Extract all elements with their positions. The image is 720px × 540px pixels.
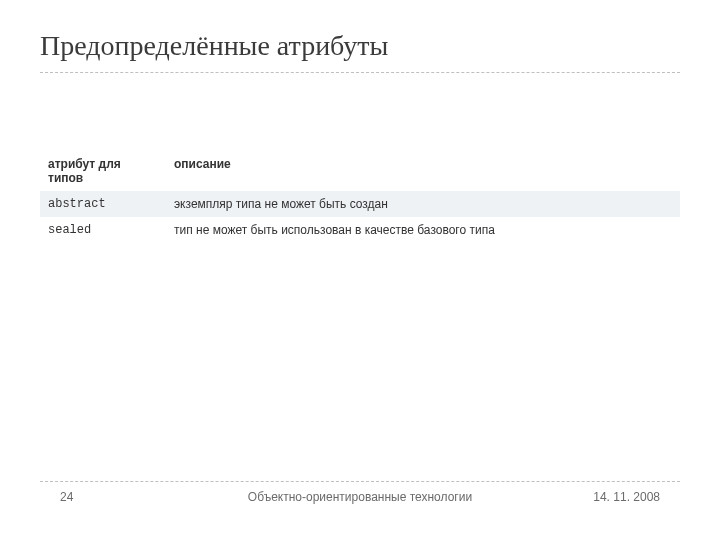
slide: Предопределённые атрибуты атрибут для ти… xyxy=(0,0,720,540)
page-number: 24 xyxy=(60,490,73,504)
cell-attr: sealed xyxy=(40,217,166,243)
footer-date: 14. 11. 2008 xyxy=(593,490,660,504)
footer-center: Объектно-ориентированные технологии xyxy=(40,490,680,504)
attributes-table: атрибут для типов описание abstract экзе… xyxy=(40,151,680,243)
table-header-row: атрибут для типов описание xyxy=(40,151,680,191)
page-title: Предопределённые атрибуты xyxy=(40,30,680,73)
header-attr: атрибут для типов xyxy=(40,151,166,191)
cell-desc: тип не может быть использован в качестве… xyxy=(166,217,680,243)
table-row: sealed тип не может быть использован в к… xyxy=(40,217,680,243)
cell-desc: экземпляр типа не может быть создан xyxy=(166,191,680,217)
cell-attr: abstract xyxy=(40,191,166,217)
footer: 24 Объектно-ориентированные технологии 1… xyxy=(40,481,680,504)
table-row: abstract экземпляр типа не может быть со… xyxy=(40,191,680,217)
header-desc: описание xyxy=(166,151,680,191)
